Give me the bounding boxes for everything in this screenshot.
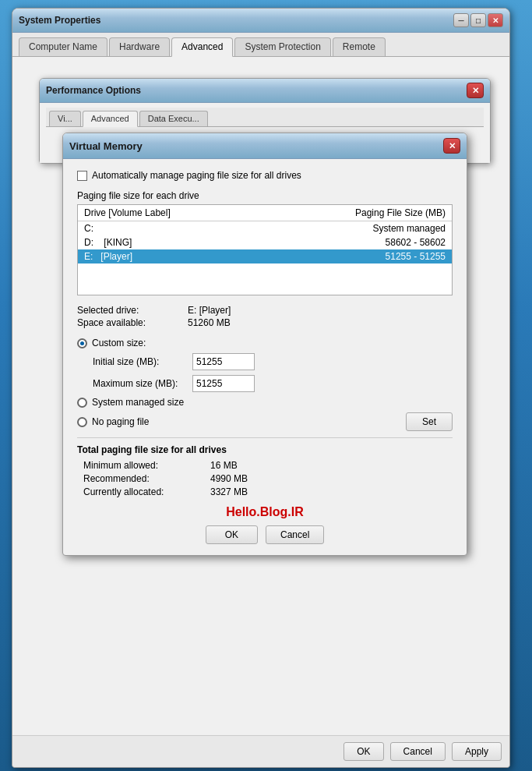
- tab-hardware[interactable]: Hardware: [109, 37, 170, 56]
- recommended-value: 4990 MB: [210, 473, 453, 484]
- total-paging-section: Total paging file size for all drives Mi…: [77, 444, 453, 497]
- auto-manage-row: Automatically manage paging file size fo…: [77, 170, 453, 181]
- tab-system-protection[interactable]: System Protection: [234, 37, 330, 56]
- initial-size-input[interactable]: [192, 353, 255, 370]
- minimum-allowed-value: 16 MB: [210, 460, 453, 471]
- tab-remote[interactable]: Remote: [333, 37, 386, 56]
- close-button[interactable]: ✕: [488, 13, 503, 27]
- no-paging-label: No paging file: [92, 416, 149, 427]
- space-available-value: 51260 MB: [188, 317, 453, 328]
- titlebar-controls: ─ □ ✕: [453, 13, 503, 27]
- tab-computer-name[interactable]: Computer Name: [19, 37, 107, 56]
- maximize-button[interactable]: □: [470, 13, 486, 27]
- initial-size-label: Initial size (MB):: [93, 356, 186, 367]
- no-paging-row: No paging file Set: [77, 412, 453, 431]
- virtual-memory-titlebar: Virtual Memory ✕: [63, 133, 467, 159]
- drive-row-d[interactable]: D: [KING] 58602 - 58602: [78, 235, 452, 249]
- virtual-memory-dialog: Virtual Memory ✕ Automatically manage pa…: [62, 133, 467, 556]
- perf-tab-data-exec[interactable]: Data Execu...: [139, 111, 208, 126]
- drive-d-size: 58602 - 58602: [386, 237, 446, 248]
- currently-allocated-label: Currently allocated:: [83, 486, 208, 497]
- system-managed-row: System managed size: [77, 397, 453, 408]
- drive-row-e[interactable]: E: [Player] 51255 - 51255: [78, 249, 452, 263]
- system-properties-bottom-row: OK Cancel Apply: [12, 735, 509, 767]
- drive-c-size: System managed: [373, 223, 446, 234]
- currently-allocated-value: 3327 MB: [210, 486, 453, 497]
- set-button[interactable]: Set: [406, 412, 453, 431]
- system-properties-title: System Properties: [19, 15, 100, 26]
- divider: [77, 437, 453, 438]
- drive-c-name: C:: [84, 223, 178, 234]
- auto-manage-checkbox[interactable]: [77, 171, 87, 181]
- size-options-section: Custom size: Initial size (MB): Maximum …: [77, 338, 453, 431]
- max-size-input[interactable]: [192, 375, 255, 392]
- virtual-memory-content: Automatically manage paging file size fo…: [63, 159, 467, 555]
- drive-d-name: D: [KING]: [84, 237, 178, 248]
- vm-close-button[interactable]: ✕: [443, 138, 460, 154]
- custom-size-label: Custom size:: [92, 338, 146, 348]
- minimum-allowed-label: Minimum allowed:: [83, 460, 208, 471]
- performance-options-content: Vi... Advanced Data Execu...: [40, 103, 490, 132]
- tab-advanced[interactable]: Advanced: [171, 37, 233, 57]
- max-size-label: Maximum size (MB):: [93, 378, 186, 389]
- drive-e-name: E: [Player]: [84, 251, 178, 262]
- recommended-label: Recommended:: [83, 473, 208, 484]
- vm-ok-button[interactable]: OK: [206, 525, 258, 544]
- drive-e-size: 51255 - 51255: [386, 251, 446, 262]
- perf-tab-advanced[interactable]: Advanced: [83, 111, 138, 127]
- initial-size-row: Initial size (MB):: [93, 353, 453, 370]
- drives-table-header: Drive [Volume Label] Paging File Size (M…: [78, 205, 452, 221]
- drive-header-col: Drive [Volume Label]: [84, 207, 171, 218]
- drive-row-c[interactable]: C: System managed: [78, 221, 452, 235]
- tabs-row: Computer Name Hardware Advanced System P…: [12, 33, 509, 57]
- paging-info-grid: Minimum allowed: 16 MB Recommended: 4990…: [83, 460, 453, 497]
- performance-options-titlebar: Performance Options ✕: [40, 79, 490, 103]
- virtual-memory-title: Virtual Memory: [69, 140, 143, 152]
- max-size-row: Maximum size (MB):: [93, 375, 453, 392]
- perf-tab-vi[interactable]: Vi...: [49, 111, 81, 126]
- sys-cancel-button[interactable]: Cancel: [390, 742, 446, 761]
- no-paging-file-row: No paging file: [77, 416, 149, 427]
- vm-cancel-button[interactable]: Cancel: [266, 525, 324, 544]
- sys-ok-button[interactable]: OK: [344, 742, 383, 761]
- ok-cancel-row: OK Cancel: [77, 525, 453, 544]
- performance-options-title: Performance Options: [46, 85, 141, 96]
- selected-drive-value: E: [Player]: [188, 305, 453, 316]
- perf-close-button[interactable]: ✕: [467, 83, 484, 98]
- size-header-col: Paging File Size (MB): [355, 207, 446, 218]
- minimize-button[interactable]: ─: [453, 13, 469, 27]
- system-properties-titlebar: System Properties ─ □ ✕: [12, 9, 509, 33]
- system-managed-label: System managed size: [92, 397, 184, 408]
- system-managed-radio[interactable]: [77, 398, 87, 408]
- space-available-label: Space available:: [77, 317, 186, 328]
- watermark: Hello.Blog.IR: [77, 505, 453, 519]
- paging-file-size-label: Paging file size for each drive: [77, 190, 453, 201]
- total-paging-title: Total paging file size for all drives: [77, 444, 453, 455]
- selected-drive-label: Selected drive:: [77, 305, 186, 316]
- custom-size-radio[interactable]: [77, 338, 87, 348]
- auto-manage-label: Automatically manage paging file size fo…: [92, 170, 301, 181]
- custom-size-row: Custom size:: [77, 338, 453, 348]
- no-paging-radio[interactable]: [77, 417, 87, 427]
- sys-apply-button[interactable]: Apply: [452, 742, 502, 761]
- drives-table: Drive [Volume Label] Paging File Size (M…: [77, 204, 453, 295]
- perf-tabs-row: Vi... Advanced Data Execu...: [46, 108, 484, 127]
- selected-drive-info: Selected drive: E: [Player] Space availa…: [77, 305, 453, 328]
